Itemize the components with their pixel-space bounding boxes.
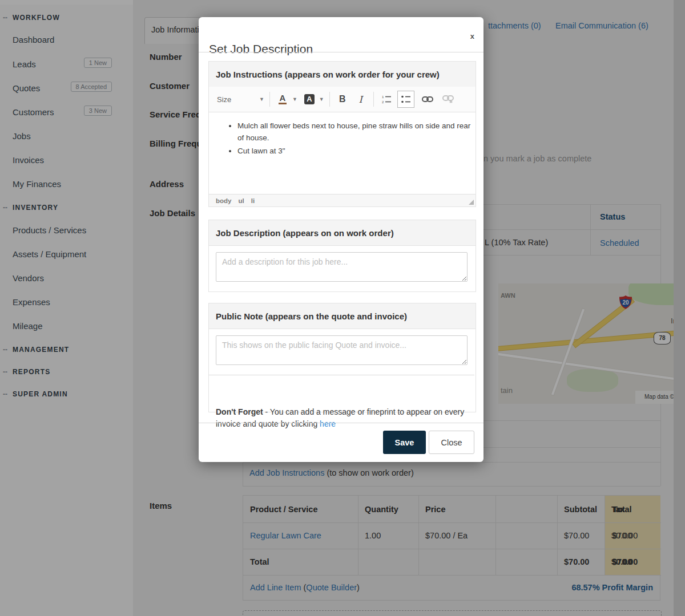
bg-color-glyph: A: [304, 94, 315, 104]
insert-link-button[interactable]: [420, 92, 435, 107]
save-button[interactable]: Save: [383, 431, 426, 454]
job-instructions-section: Job Instructions (appears on work order …: [208, 61, 476, 207]
editor-element-path: body ul li: [209, 194, 476, 206]
richtext-toolbar: Size ▼ A ▼ A ▼ B I 12: [209, 87, 476, 112]
section-header-label: Job Instructions (appears on work order …: [216, 70, 440, 79]
numbered-list-icon: 12: [381, 94, 392, 104]
size-label: Size: [217, 95, 231, 104]
public-note-input[interactable]: [216, 335, 468, 365]
job-description-section: Job Description (appears on on work orde…: [208, 220, 476, 292]
numbered-list-button[interactable]: 12: [379, 92, 394, 107]
job-instructions-header: Job Instructions (appears on work order …: [209, 62, 476, 87]
close-button[interactable]: Close: [429, 431, 474, 454]
public-note-header: Public Note (appears on the quote and in…: [209, 303, 476, 329]
instruction-bullet: Mulch all flower beds next to house, pin…: [237, 120, 476, 144]
toolbar-separator: [373, 92, 374, 107]
section-divider: [209, 375, 474, 375]
italic-button[interactable]: I: [353, 92, 368, 107]
set-job-description-modal: Set Job Description x Job Instructions (…: [199, 17, 483, 462]
close-button-label: Close: [441, 438, 462, 447]
save-button-label: Save: [395, 438, 414, 447]
remove-link-button-disabled: [441, 92, 456, 107]
job-description-input[interactable]: [216, 252, 468, 282]
job-description-header: Job Description (appears on on work orde…: [209, 220, 476, 246]
editor-resize-handle[interactable]: [469, 200, 474, 205]
font-size-dropdown[interactable]: Size: [217, 92, 257, 107]
public-note-section: Public Note (appears on the quote and in…: [208, 303, 476, 412]
toolbar-separator: [269, 92, 270, 107]
text-color-glyph: A: [280, 94, 286, 102]
bold-button[interactable]: B: [335, 92, 350, 107]
path-li[interactable]: li: [251, 197, 255, 204]
path-body[interactable]: body: [216, 197, 231, 204]
close-icon[interactable]: x: [470, 32, 474, 40]
chevron-down-icon: ▼: [292, 96, 297, 102]
instructions-list: Mulch all flower beds next to house, pin…: [209, 120, 476, 157]
dont-forget-here-link[interactable]: here: [320, 419, 336, 428]
toolbar-separator: [329, 92, 330, 107]
app-screen: -- WORKFLOW Dashboard Leads1 New Quotes8…: [0, 0, 685, 616]
svg-text:2: 2: [382, 100, 384, 104]
section-header-label: Job Description (appears on on work orde…: [216, 228, 394, 238]
path-ul[interactable]: ul: [238, 197, 244, 204]
bullet-list-icon: [401, 94, 411, 104]
section-header-label: Public Note (appears on the quote and in…: [216, 311, 407, 321]
modal-footer-divider: [199, 423, 483, 423]
bullet-list-button-active[interactable]: [397, 91, 414, 108]
richtext-editor-body[interactable]: Mulch all flower beds next to house, pin…: [209, 112, 476, 194]
unlink-icon: [442, 95, 454, 103]
modal-header-divider: [199, 52, 483, 52]
link-icon: [422, 96, 433, 103]
text-color-bar: [279, 103, 287, 104]
background-color-button[interactable]: A: [302, 92, 317, 107]
modal-title: Set Job Description: [209, 42, 313, 56]
instruction-bullet: Cut lawn at 3": [237, 145, 476, 157]
svg-text:1: 1: [382, 95, 384, 99]
chevron-down-icon: ▼: [319, 96, 324, 102]
dont-forget-bold: Don't Forget: [216, 407, 263, 416]
text-color-button[interactable]: A: [275, 92, 290, 107]
chevron-down-icon: ▼: [259, 96, 264, 102]
